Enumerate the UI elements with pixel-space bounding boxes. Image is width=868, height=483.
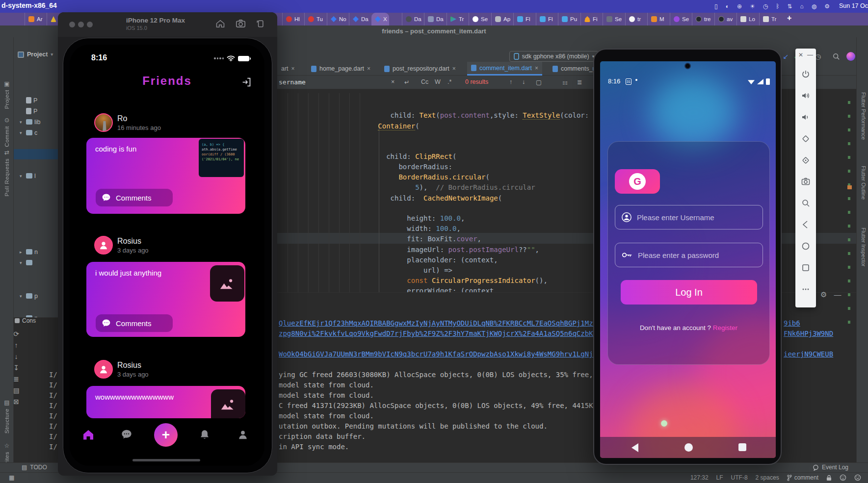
code-line[interactable]: height: 100.0,	[279, 213, 465, 224]
browser-tab[interactable]: Lo	[736, 13, 757, 25]
search-everywhere-icon[interactable]	[831, 51, 842, 62]
editor-tab[interactable]: art×	[277, 62, 299, 76]
editor-tab[interactable]: home_page.dart×	[307, 62, 374, 76]
comments-button[interactable]: Comments	[96, 314, 173, 332]
avatar[interactable]	[94, 113, 113, 132]
username-input[interactable]	[637, 213, 755, 222]
chevron-icon[interactable]: ▾	[20, 174, 24, 178]
screenshot-button[interactable]	[236, 20, 245, 27]
menubar-status-icon[interactable]: ⇅	[787, 3, 792, 10]
code-line[interactable]: Container(	[279, 121, 420, 131]
overview-button[interactable]	[801, 263, 810, 272]
lock-icon[interactable]	[826, 475, 832, 481]
chevron-icon[interactable]: ▾	[20, 294, 24, 299]
avatar[interactable]	[94, 236, 113, 254]
code-line[interactable]: child: CachedNetworkImage(	[279, 193, 502, 203]
avatar[interactable]	[94, 360, 113, 379]
inspections-widget-icon[interactable]	[854, 474, 861, 481]
find-options-icon[interactable]: ⚏	[562, 78, 568, 86]
code-line[interactable]: fit: BoxFit.cover,	[279, 234, 481, 244]
close-icon[interactable]: ✕	[798, 51, 803, 58]
chevron-icon[interactable]: ▸	[20, 250, 24, 254]
browser-tab[interactable]: Se	[670, 13, 691, 25]
find-prev-icon[interactable]: ↑	[509, 78, 512, 85]
post-card[interactable]: i would just anything Comments	[86, 262, 245, 337]
browser-tab[interactable]: Pu	[558, 13, 579, 25]
password-field[interactable]	[615, 243, 763, 267]
toolwindow-tab-flutter-inspector[interactable]: Flutter Inspector	[859, 228, 867, 266]
volume-down-button[interactable]	[801, 113, 810, 122]
new-tab-button[interactable]: +	[787, 14, 791, 23]
browser-tab[interactable]: Fl	[536, 13, 555, 25]
browser-tab[interactable]: Da	[424, 13, 446, 25]
words-toggle[interactable]: W	[435, 78, 441, 85]
post-image[interactable]: (a, b) => { ath.abs(a.getTime oor(diff /…	[199, 139, 244, 177]
console-tab[interactable]: Cons	[15, 317, 36, 324]
browser-tab[interactable]: Da	[349, 13, 370, 25]
minimize-window-button[interactable]	[78, 22, 84, 27]
console-link[interactable]: zpg8N0vi%2FkvkfvLqo9VkgFwdD7rjFbyb%2F9Z%…	[279, 329, 614, 339]
highlight-level-icon[interactable]	[840, 474, 846, 481]
code-line[interactable]: imageUrl: post.postImageUrl??"",	[279, 245, 539, 255]
toolwindow-tab-event-log[interactable]: Event Log	[813, 464, 848, 471]
console-link[interactable]: WoOkO4bGiGVJa7UUmN3rBMm9bVIcN9q3bcrU7a9h…	[279, 349, 614, 359]
toolwindow-tab-flutter-performance[interactable]: Flutter Performance	[859, 92, 867, 140]
post-card[interactable]: coding is fun (a, b) => { ath.abs(a.getT…	[86, 138, 245, 214]
git-update-icon[interactable]: ↙	[783, 53, 789, 60]
toolwindow-tab-pull-requests[interactable]: ⇄Pull Requests	[0, 149, 14, 196]
clear-search-icon[interactable]: ×	[391, 78, 395, 85]
profile-tab-icon[interactable]	[237, 429, 248, 440]
zoom-button[interactable]	[801, 199, 810, 207]
home-button[interactable]	[801, 242, 810, 251]
toolwindow-tab-todo[interactable]: ▤ TODO	[22, 464, 47, 471]
hide-panel-icon[interactable]: —	[834, 290, 841, 299]
git-branch[interactable]: comment	[787, 474, 818, 481]
chevron-icon[interactable]: ▾	[20, 130, 24, 135]
toolwindow-tab-commit[interactable]: ⊙Commit	[0, 117, 14, 147]
code-line[interactable]: child: ClipRRect(	[279, 152, 456, 162]
browser-tab[interactable]: Da	[402, 13, 423, 25]
toolwindow-tab-project[interactable]: ▣Project	[0, 80, 14, 109]
browser-tab[interactable]: Se	[469, 13, 490, 25]
browser-tab[interactable]: tr	[625, 13, 643, 25]
browser-tab[interactable]: tre	[692, 13, 712, 25]
code-line[interactable]: child: Text(post.content,style: TextStyl…	[279, 110, 601, 121]
menubar-status-icon[interactable]: ⚙	[824, 3, 830, 10]
toolwindow-toggle-icon[interactable]: ▦	[9, 474, 14, 481]
browser-tab[interactable]: Fl	[513, 13, 532, 25]
browser-tab[interactable]: Ap	[491, 13, 512, 25]
find-query[interactable]: sername	[279, 78, 306, 86]
rotate-button[interactable]	[256, 20, 264, 28]
code-line[interactable]: url) =>	[279, 265, 452, 276]
volume-up-button[interactable]	[801, 91, 810, 100]
new-line-icon[interactable]: ↵	[404, 78, 409, 86]
console-link[interactable]: QluezEfKEjr1Qf23hMqxAQIRBABGgwxMzIyNjAyN…	[279, 318, 614, 329]
menubar-status-icon[interactable]: ▯	[714, 3, 718, 10]
menubar-status-icon[interactable]: ⌂	[800, 3, 804, 10]
close-tab-icon[interactable]: ×	[535, 65, 538, 72]
rotate-left-button[interactable]	[801, 134, 810, 143]
browser-tab[interactable]: Ar	[25, 13, 45, 25]
file-encoding[interactable]: UTF-8	[731, 474, 748, 481]
notifications-tab-icon[interactable]	[199, 429, 210, 440]
browser-tab[interactable]: Se	[603, 13, 624, 25]
back-button[interactable]	[801, 220, 810, 229]
power-button[interactable]	[801, 70, 810, 78]
rotate-right-button[interactable]	[801, 156, 810, 165]
more-options-button[interactable]	[801, 285, 810, 294]
add-post-button[interactable]: +	[154, 423, 178, 447]
console-link[interactable]: FNk6HPj3W9ND	[784, 329, 833, 339]
settings-gear-icon[interactable]: ⚙	[820, 290, 827, 299]
chevron-icon[interactable]: ▾	[20, 260, 24, 265]
register-link[interactable]: Register	[713, 324, 737, 331]
chevron-icon[interactable]: ▾	[20, 120, 24, 125]
menubar-status-icon[interactable]: ◷	[763, 3, 768, 10]
close-tab-icon[interactable]: ×	[452, 65, 456, 72]
menubar-status-icon[interactable]: ◍	[812, 3, 816, 10]
user-avatar[interactable]	[846, 52, 855, 61]
simulator-titlebar[interactable]: iPhone 12 Pro Max iOS 15.0	[58, 12, 277, 37]
chevron-icon[interactable]: ▾	[20, 316, 24, 318]
console-link[interactable]: ieerjN9CWEUB	[784, 349, 833, 359]
minimize-icon[interactable]: —	[807, 51, 813, 58]
chat-tab-icon[interactable]	[121, 429, 132, 440]
